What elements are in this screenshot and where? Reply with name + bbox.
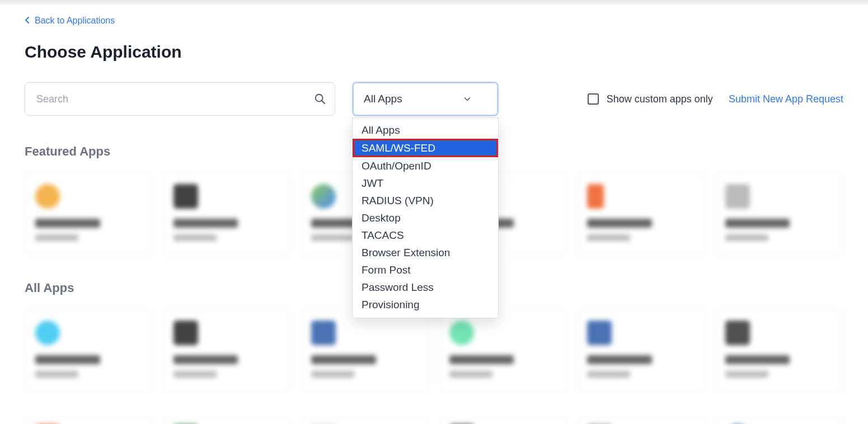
filter-option-tacacs[interactable]: TACACS bbox=[353, 227, 498, 244]
app-card[interactable] bbox=[439, 309, 568, 393]
app-card[interactable] bbox=[576, 309, 706, 393]
search-wrap bbox=[25, 82, 335, 116]
filter-option-password-less[interactable]: Password Less bbox=[353, 279, 498, 296]
filter-selected-label: All Apps bbox=[364, 93, 402, 105]
filter-dropdown: All Apps SAML/WS-FED OAuth/OpenID JWT RA… bbox=[352, 117, 499, 318]
back-link-label: Back to Applications bbox=[35, 16, 115, 26]
all-apps-grid bbox=[25, 309, 843, 393]
page-title: Choose Application bbox=[25, 43, 843, 62]
filter-option-provisioning[interactable]: Provisioning bbox=[353, 296, 498, 313]
app-type-filter[interactable]: All Apps bbox=[352, 82, 499, 116]
show-custom-apps-checkbox[interactable]: Show custom apps only bbox=[588, 93, 713, 105]
filter-option-oauth-openid[interactable]: OAuth/OpenID bbox=[353, 157, 498, 175]
app-card[interactable] bbox=[163, 417, 292, 424]
page-container: Back to Applications Choose Application … bbox=[0, 4, 868, 424]
controls-row: All Apps All Apps SAML/WS-FED OAuth/Open… bbox=[25, 82, 843, 116]
filter-option-radius-vpn[interactable]: RADIUS (VPN) bbox=[353, 192, 498, 209]
svg-line-1 bbox=[322, 101, 325, 104]
search-input[interactable] bbox=[25, 82, 335, 116]
app-card[interactable] bbox=[576, 417, 706, 424]
filter-wrap: All Apps All Apps SAML/WS-FED OAuth/Open… bbox=[352, 82, 499, 116]
app-card[interactable] bbox=[715, 172, 844, 256]
filter-option-form-post[interactable]: Form Post bbox=[353, 261, 498, 279]
chevron-left-icon bbox=[25, 16, 30, 25]
search-icon[interactable] bbox=[314, 93, 326, 105]
app-card[interactable] bbox=[163, 172, 292, 256]
all-apps-grid-row2 bbox=[25, 417, 843, 424]
chevron-down-icon bbox=[462, 94, 472, 104]
app-card[interactable] bbox=[439, 417, 568, 424]
app-card[interactable] bbox=[715, 417, 844, 424]
submit-new-app-request-link[interactable]: Submit New App Request bbox=[729, 93, 843, 105]
filter-option-jwt[interactable]: JWT bbox=[353, 175, 498, 192]
app-card[interactable] bbox=[715, 309, 844, 393]
app-card[interactable] bbox=[163, 309, 292, 393]
filter-option-saml-ws-fed[interactable]: SAML/WS-FED bbox=[353, 139, 498, 157]
app-card[interactable] bbox=[576, 172, 706, 256]
app-card[interactable] bbox=[301, 417, 430, 424]
app-card[interactable] bbox=[25, 417, 154, 424]
app-card[interactable] bbox=[25, 172, 154, 256]
right-controls: Show custom apps only Submit New App Req… bbox=[588, 93, 843, 105]
app-card[interactable] bbox=[301, 309, 430, 393]
filter-option-all-apps[interactable]: All Apps bbox=[353, 121, 498, 139]
checkbox-icon bbox=[588, 93, 599, 105]
filter-option-browser-extension[interactable]: Browser Extension bbox=[353, 244, 498, 261]
top-gradient-bar bbox=[0, 0, 868, 4]
filter-option-desktop[interactable]: Desktop bbox=[353, 209, 498, 227]
checkbox-label: Show custom apps only bbox=[607, 93, 713, 105]
app-card[interactable] bbox=[25, 309, 154, 393]
back-to-applications-link[interactable]: Back to Applications bbox=[25, 16, 115, 26]
